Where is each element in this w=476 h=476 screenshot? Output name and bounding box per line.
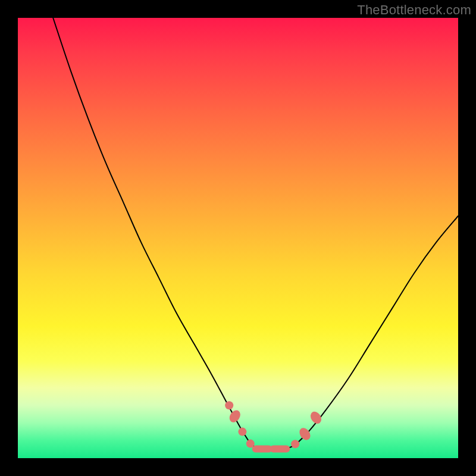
curve-left bbox=[53, 18, 251, 445]
chart-marker bbox=[291, 440, 299, 448]
chart-marker bbox=[238, 428, 246, 436]
chart-marker bbox=[270, 445, 290, 452]
chart-marker bbox=[252, 445, 273, 452]
chart-marker bbox=[225, 401, 233, 409]
watermark-text: TheBottleneck.com bbox=[357, 2, 471, 18]
chart-marker bbox=[308, 409, 324, 425]
chart-svg bbox=[18, 18, 458, 458]
chart-marker bbox=[227, 408, 243, 424]
chart-frame: TheBottleneck.com bbox=[0, 0, 476, 476]
chart-marker bbox=[298, 426, 313, 442]
curve-right bbox=[295, 216, 458, 445]
chart-plot-area bbox=[18, 18, 458, 458]
